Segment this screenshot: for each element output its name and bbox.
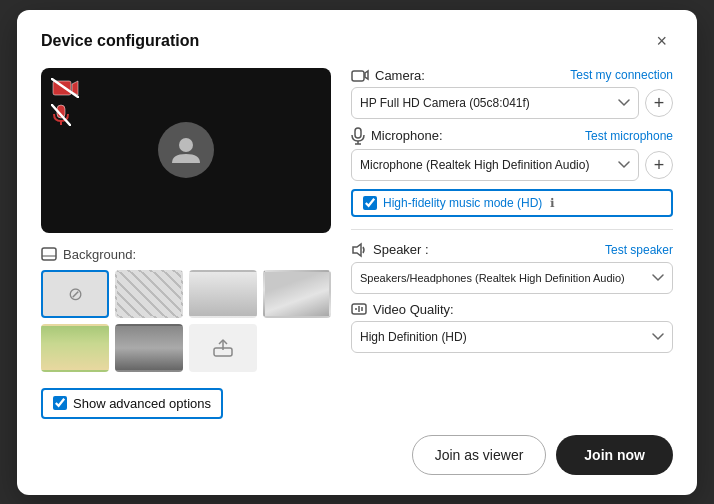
bg-none-option[interactable]: ⊘ (41, 270, 109, 318)
join-now-button[interactable]: Join now (556, 435, 673, 475)
dialog-title: Device configuration (41, 32, 199, 50)
microphone-icon (351, 127, 365, 145)
microphone-select[interactable]: Microphone (Realtek High Definition Audi… (351, 149, 639, 181)
advanced-options-section: Show advanced options (41, 388, 331, 419)
bg-blur-option[interactable] (115, 270, 183, 318)
bg-beach-option[interactable] (41, 324, 109, 372)
camera-label: Camera: (351, 68, 425, 83)
advanced-options-label: Show advanced options (73, 396, 211, 411)
svg-rect-13 (355, 128, 361, 138)
user-avatar (158, 122, 214, 178)
microphone-header: Microphone: Test microphone (351, 127, 673, 145)
microphone-add-button[interactable]: + (645, 151, 673, 179)
camera-add-button[interactable]: + (645, 89, 673, 117)
hd-music-checkbox[interactable] (363, 196, 377, 210)
background-label: Background: (41, 247, 331, 262)
svg-rect-0 (53, 81, 71, 95)
dialog-footer: Join as viewer Join now (41, 435, 673, 475)
divider (351, 229, 673, 230)
svg-marker-16 (353, 244, 361, 256)
speaker-icon (351, 242, 367, 258)
device-configuration-dialog: Device configuration × (17, 10, 697, 495)
speaker-header: Speaker : Test speaker (351, 242, 673, 258)
microphone-field: Microphone: Test microphone Microphone (… (351, 127, 673, 181)
background-icon (41, 247, 57, 261)
hd-music-info-icon[interactable]: ℹ (550, 196, 555, 210)
speaker-select-row: Speakers/Headphones (Realtek High Defini… (351, 262, 673, 294)
background-section: Background: ⊘ (41, 247, 331, 372)
speaker-select[interactable]: Speakers/Headphones (Realtek High Defini… (351, 262, 673, 294)
test-microphone-link[interactable]: Test microphone (585, 129, 673, 143)
left-panel: Background: ⊘ (41, 68, 331, 419)
background-options: ⊘ (41, 270, 331, 372)
svg-rect-11 (352, 71, 364, 81)
advanced-options-checkbox-label[interactable]: Show advanced options (41, 388, 223, 419)
video-quality-header: Video Quality: (351, 302, 673, 317)
hd-music-label: High-fidelity music mode (HD) (383, 196, 542, 210)
mute-icons (51, 78, 79, 126)
join-as-viewer-button[interactable]: Join as viewer (412, 435, 547, 475)
speaker-label: Speaker : (351, 242, 429, 258)
dialog-content: Background: ⊘ (41, 68, 673, 419)
svg-rect-7 (42, 248, 56, 260)
mic-off-icon (51, 104, 71, 126)
video-quality-select-row: High Definition (HD)Standard Definition … (351, 321, 673, 353)
right-panel: Camera: Test my connection HP Full HD Ca… (351, 68, 673, 419)
hd-music-row: High-fidelity music mode (HD) ℹ (351, 189, 673, 217)
camera-field: Camera: Test my connection HP Full HD Ca… (351, 68, 673, 119)
camera-header: Camera: Test my connection (351, 68, 673, 83)
upload-icon (212, 338, 234, 358)
test-camera-link[interactable]: Test my connection (570, 68, 673, 82)
video-quality-field: Video Quality: High Definition (HD)Stand… (351, 302, 673, 353)
video-quality-label: Video Quality: (351, 302, 454, 317)
bg-forest-option[interactable] (115, 324, 183, 372)
camera-icon (351, 68, 369, 82)
close-button[interactable]: × (650, 30, 673, 52)
no-background-icon: ⊘ (68, 283, 83, 305)
svg-point-6 (179, 138, 193, 152)
camera-select[interactable]: HP Full HD Camera (05c8:041f) (351, 87, 639, 119)
camera-off-icon (51, 78, 79, 98)
microphone-label: Microphone: (351, 127, 443, 145)
svg-marker-12 (365, 71, 368, 79)
dialog-header: Device configuration × (41, 30, 673, 52)
advanced-options-checkbox[interactable] (53, 396, 67, 410)
bg-upload-option[interactable] (189, 324, 257, 372)
bg-room2-option[interactable] (263, 270, 331, 318)
video-quality-select[interactable]: High Definition (HD)Standard Definition … (351, 321, 673, 353)
microphone-select-row: Microphone (Realtek High Definition Audi… (351, 149, 673, 181)
speaker-field: Speaker : Test speaker Speakers/Headphon… (351, 242, 673, 294)
video-quality-icon (351, 302, 367, 316)
video-preview (41, 68, 331, 233)
camera-select-row: HP Full HD Camera (05c8:041f) + (351, 87, 673, 119)
test-speaker-link[interactable]: Test speaker (605, 243, 673, 257)
bg-room1-option[interactable] (189, 270, 257, 318)
